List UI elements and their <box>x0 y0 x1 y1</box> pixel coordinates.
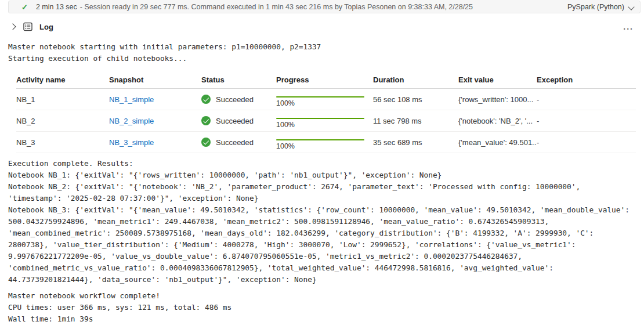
duration-value: 56 sec 108 ms <box>373 95 458 104</box>
progress-label: 100% <box>276 99 364 107</box>
table-row: NB_3 NB_3_simple Succeeded 100% 35 sec 6… <box>16 132 636 153</box>
col-header-activity-name: Activity name <box>16 75 109 84</box>
exit-value: {'notebook': 'NB_2', '... <box>458 117 537 125</box>
activity-name: NB_1 <box>16 95 109 104</box>
progress-label: 100% <box>276 121 364 129</box>
chevron-down-icon <box>628 3 634 9</box>
log-results-text: Execution complete. Results: Notebook NB… <box>8 158 644 286</box>
exit-value: {'rows_written': 1000... <box>458 95 537 104</box>
session-duration: 2 min 13 sec <box>36 3 77 11</box>
succeeded-icon <box>201 138 211 147</box>
log-panel-header: Log ... <box>0 17 644 37</box>
kernel-selector[interactable]: PySpark (Python) <box>567 3 634 11</box>
status-label: Succeeded <box>216 138 254 147</box>
log-intro-text: Master notebook starting with initial pa… <box>8 41 644 64</box>
expand-chevron-icon[interactable] <box>9 23 16 30</box>
table-row: NB_1 NB_1_simple Succeeded 100% 56 sec 1… <box>16 89 636 110</box>
log-icon <box>23 22 32 31</box>
activity-run-table: Activity name Snapshot Status Progress D… <box>16 71 636 153</box>
status-label: Succeeded <box>216 95 254 104</box>
exception-value: - <box>537 138 636 147</box>
activity-name: NB_2 <box>16 117 109 125</box>
exception-value: - <box>537 95 636 104</box>
log-footer-text: Master notebook workflow complete! CPU t… <box>8 290 644 325</box>
table-row: NB_2 NB_2_simple Succeeded 100% 11 sec 7… <box>16 110 636 132</box>
progress-label: 100% <box>276 142 364 150</box>
col-header-exception: Exception <box>537 75 636 84</box>
activity-name: NB_3 <box>16 138 109 147</box>
exit-value: {'mean_value': 49.501... <box>458 138 537 147</box>
duration-value: 11 sec 798 ms <box>373 117 458 125</box>
col-header-status: Status <box>201 75 276 84</box>
progress-bar: 100% <box>276 134 364 150</box>
progress-bar: 100% <box>276 113 364 129</box>
col-header-progress: Progress <box>276 75 373 84</box>
duration-value: 35 sec 689 ms <box>373 138 458 147</box>
col-header-duration: Duration <box>373 75 458 84</box>
more-options-button[interactable]: ... <box>623 24 634 29</box>
status-label: Succeeded <box>216 117 254 125</box>
succeeded-icon <box>201 116 211 125</box>
table-header-row: Activity name Snapshot Status Progress D… <box>16 71 636 89</box>
succeeded-icon <box>201 95 211 104</box>
exception-value: - <box>537 117 636 125</box>
session-status-message: - Session ready in 29 sec 777 ms. Comman… <box>80 3 473 11</box>
snapshot-link[interactable]: NB_2_simple <box>109 117 154 125</box>
snapshot-link[interactable]: NB_1_simple <box>109 95 154 104</box>
checkmark-icon: ✓ <box>21 3 28 12</box>
snapshot-link[interactable]: NB_3_simple <box>109 138 154 147</box>
kernel-label: PySpark (Python) <box>567 3 624 11</box>
log-panel-title: Log <box>39 23 53 31</box>
col-header-exit-value: Exit value <box>458 75 537 84</box>
col-header-snapshot: Snapshot <box>109 75 201 84</box>
session-status-bar: ✓ 2 min 13 sec - Session ready in 29 sec… <box>8 1 641 13</box>
progress-bar: 100% <box>276 91 364 107</box>
